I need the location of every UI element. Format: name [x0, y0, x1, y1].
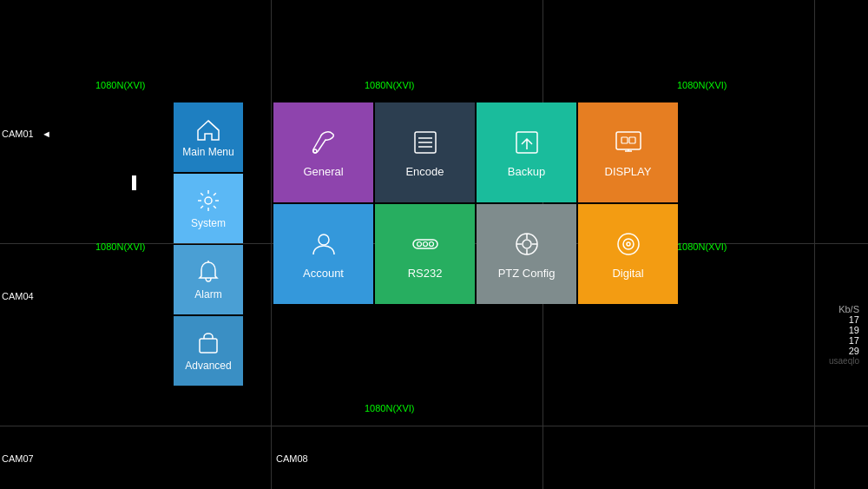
bell-icon [195, 259, 221, 285]
cam07-label: CAM07 [2, 453, 34, 464]
target-icon [511, 228, 542, 260]
cam01-arrow: ◄ [42, 129, 51, 139]
svg-point-14 [319, 235, 329, 245]
cam04-label: CAM04 [2, 291, 34, 301]
display-icon [613, 127, 644, 158]
svg-rect-9 [616, 132, 641, 149]
svg-point-3 [313, 149, 317, 153]
sidebar-item-advanced[interactable]: Advanced [174, 316, 243, 386]
cursor-pointer: ▌ [132, 175, 139, 182]
svg-point-16 [417, 242, 421, 247]
list-icon [410, 127, 441, 158]
grid-label-rs232: RS232 [408, 267, 443, 280]
cam08-label: CAM08 [276, 453, 308, 464]
digital-icon [613, 228, 644, 260]
sidebar-item-system[interactable]: System [174, 174, 243, 243]
grid-item-backup[interactable]: Backup [477, 102, 576, 202]
gear-icon [195, 188, 221, 214]
sidebar-label-alarm: Alarm [194, 288, 221, 301]
resolution-label-3: 1080N(XVI) [677, 80, 727, 90]
main-menu-grid: General Encode Backup DISPLAY [273, 102, 678, 304]
svg-point-25 [618, 234, 639, 254]
sidebar-label-system: System [191, 217, 226, 229]
svg-point-18 [429, 242, 433, 247]
svg-rect-2 [200, 339, 217, 353]
grid-label-backup: Backup [508, 165, 545, 178]
rs232-icon [410, 228, 441, 260]
grid-item-rs232[interactable]: RS232 [375, 204, 475, 304]
cam01-label: CAM01 [2, 129, 34, 139]
user-icon [308, 228, 339, 260]
stats-watermark: usaeqlo [829, 356, 859, 366]
svg-rect-11 [629, 137, 635, 143]
grid-item-ptz-config[interactable]: PTZ Config [477, 204, 576, 304]
resolution-label-4: 1080N(XVI) [95, 241, 145, 252]
sidebar-item-alarm[interactable]: Alarm [174, 245, 243, 314]
sidebar-menu: Main Menu System Alarm Advanced [174, 102, 243, 386]
grid-label-ptz-config: PTZ Config [498, 267, 556, 280]
grid-label-encode: Encode [405, 165, 444, 178]
grid-label-general: General [303, 165, 343, 178]
svg-point-17 [423, 242, 427, 247]
svg-rect-10 [621, 137, 628, 143]
bag-icon [195, 330, 221, 356]
grid-item-account[interactable]: Account [273, 204, 373, 304]
sidebar-item-main-menu[interactable]: Main Menu [174, 102, 243, 172]
wrench-icon [308, 127, 339, 158]
upload-icon [511, 127, 542, 158]
stats-label: Kb/S [829, 304, 859, 314]
stats-value-4: 29 [829, 346, 859, 356]
resolution-label-5: 1080N(XVI) [677, 241, 727, 252]
stats-value-2: 19 [829, 325, 859, 335]
grid-item-encode[interactable]: Encode [375, 102, 475, 202]
svg-point-0 [205, 197, 212, 204]
stats-value-3: 17 [829, 335, 859, 346]
resolution-label-2: 1080N(XVI) [365, 80, 414, 90]
resolution-label-6: 1080N(XVI) [365, 403, 414, 413]
grid-label-digital: Digital [612, 267, 643, 280]
stats-panel: Kb/S 17 19 17 29 usaeqlo [829, 304, 859, 366]
grid-label-display: DISPLAY [605, 165, 652, 178]
grid-item-digital[interactable]: Digital [578, 204, 678, 304]
resolution-label-1: 1080N(XVI) [95, 80, 145, 90]
svg-point-20 [523, 240, 531, 248]
stats-value-1: 17 [829, 314, 859, 325]
grid-item-general[interactable]: General [273, 102, 373, 202]
home-icon [195, 116, 221, 142]
svg-point-27 [627, 242, 630, 246]
grid-item-display[interactable]: DISPLAY [578, 102, 678, 202]
sidebar-label-main-menu: Main Menu [182, 146, 233, 158]
svg-point-26 [623, 239, 634, 249]
grid-label-account: Account [303, 267, 344, 280]
sidebar-label-advanced: Advanced [185, 360, 231, 372]
